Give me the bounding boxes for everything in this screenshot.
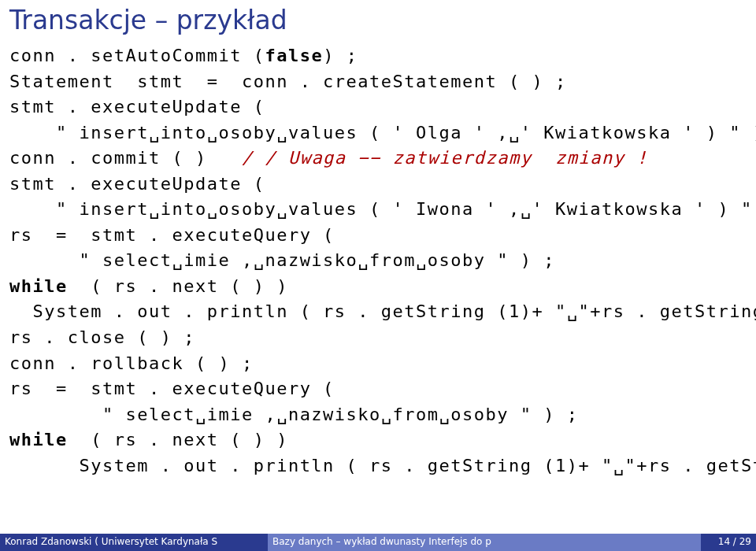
code-line: " insert␣into␣osoby␣values ( ' Iwona ' ,… [9,199,756,219]
footer-author: Konrad Zdanowski ( Uniwersytet Kardynała… [0,534,268,551]
code-line: " select␣imie ,␣nazwisko␣from␣osoby " ) … [9,405,579,424]
slide: Transakcje – przykład conn . setAutoComm… [0,0,756,551]
footer: Konrad Zdanowski ( Uniwersytet Kardynała… [0,534,756,551]
code-line: conn . commit ( ) / / Uwaga −− zatwierdz… [9,148,648,168]
code-line: conn . rollback ( ) ; [9,353,254,373]
code-line: rs = stmt . executeQuery ( [9,225,335,245]
code-line: conn . setAutoCommit (false) ; [9,46,358,65]
code-line: System . out . println ( rs . getString … [9,456,756,475]
footer-title: Bazy danych – wykład dwunasty Interfejs … [268,534,701,551]
code-line: rs = stmt . executeQuery ( [9,379,335,398]
code-line: while ( rs . next ( ) ) [9,430,288,449]
code-line: " select␣imie ,␣nazwisko␣from␣osoby " ) … [9,250,555,270]
footer-page: 14 / 29 [701,534,756,551]
code-line: System . out . println ( rs . getString … [9,301,756,321]
code-line: " insert␣into␣osoby␣values ( ' Olga ' ,␣… [9,123,756,142]
code-line: Statement stmt = conn . createStatement … [9,72,567,91]
code-line: rs . close ( ) ; [9,327,195,347]
code-block: conn . setAutoCommit (false) ; Statement… [0,43,756,479]
code-line: stmt . executeUpdate ( [9,174,265,194]
code-line: while ( rs . next ( ) ) [9,276,288,296]
code-line: stmt . executeUpdate ( [9,97,265,116]
slide-title: Transakcje – przykład [0,0,756,43]
